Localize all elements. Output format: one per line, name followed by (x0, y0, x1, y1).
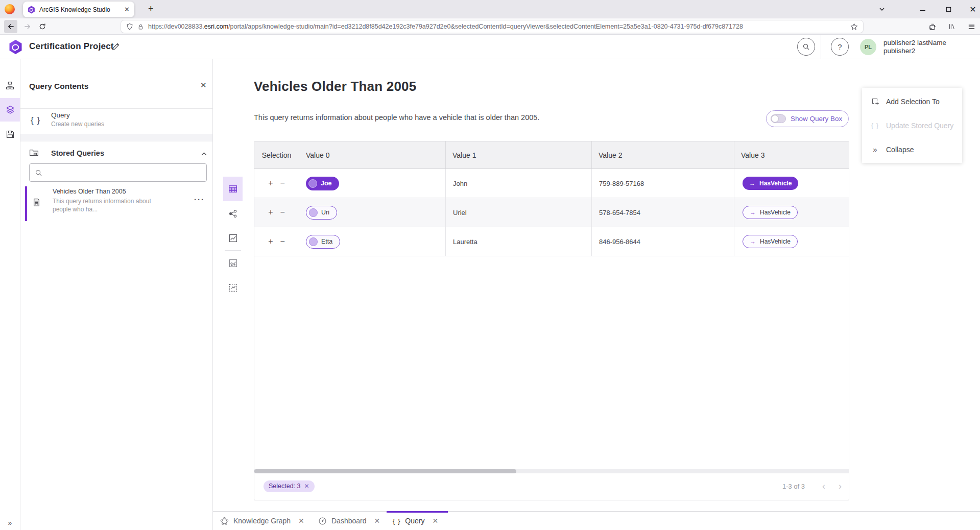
new-tab-button[interactable]: + (144, 3, 158, 15)
tab-label: Dashboard (331, 517, 367, 525)
user-name[interactable]: publisher2 lastName publisher2 (883, 39, 946, 55)
extensions-icon[interactable] (926, 21, 938, 32)
add-selection-icon[interactable]: + (268, 237, 273, 246)
panel-close-icon[interactable]: ✕ (200, 81, 207, 90)
map-view-button[interactable] (223, 251, 243, 275)
relationship-pill[interactable]: →HasVehicle (743, 177, 798, 190)
url-text: https://dev0028833.esri.com/portal/apps/… (148, 23, 846, 30)
bookmark-star-icon[interactable] (850, 23, 858, 31)
tracking-shield-icon[interactable] (126, 23, 133, 30)
next-page-icon[interactable]: › (839, 481, 842, 491)
table-row: +− Uri Uriel 578-654-7854 →HasVehicle (254, 198, 849, 227)
table-view-icon (228, 184, 237, 194)
relationship-pill[interactable]: →HasVehicle (743, 235, 798, 248)
stored-query-item[interactable]: Vehicles Older Than 2005 This query retu… (20, 186, 212, 222)
app-header: Certification Project ? PL publisher2 la… (0, 35, 980, 59)
cell-name[interactable]: Lauretta (446, 227, 592, 256)
braces-icon: { } (31, 115, 40, 126)
save-icon (6, 130, 14, 138)
project-title: Certification Project (29, 41, 114, 52)
cell-phone[interactable]: 846-956-8644 (592, 227, 734, 256)
selected-count-chip[interactable]: Selected: 3 ✕ (264, 480, 315, 492)
cell-name[interactable]: Uriel (446, 198, 592, 227)
window-minimize-button[interactable] (914, 0, 931, 18)
tab-close-icon[interactable]: ✕ (298, 517, 304, 525)
sidebar-item-save[interactable] (0, 123, 20, 146)
cell-phone[interactable]: 759-889-57168 (592, 169, 734, 198)
query-item-title: Query (51, 111, 70, 119)
column-header-value1[interactable]: Value 1 (446, 141, 592, 168)
chevron-up-icon[interactable] (201, 151, 207, 157)
search-button[interactable] (797, 38, 815, 56)
browser-tab-strip: ArcGIS Knowledge Studio ✕ + ✕ (0, 0, 980, 18)
column-header-value2[interactable]: Value 2 (592, 141, 734, 168)
panel-title: Query Contents (29, 82, 88, 91)
query-item[interactable]: { } Query Create new queries (20, 109, 212, 134)
avatar[interactable]: PL (860, 39, 876, 55)
remove-selection-icon[interactable]: − (280, 237, 285, 246)
clear-selection-icon[interactable]: ✕ (304, 483, 309, 490)
help-button[interactable]: ? (831, 38, 849, 56)
cell-name[interactable]: John (446, 169, 592, 198)
window-close-button[interactable]: ✕ (964, 0, 980, 18)
view-toolbar (223, 177, 243, 300)
lock-icon[interactable] (137, 23, 144, 30)
tab-knowledge-graph[interactable]: Knowledge Graph ✕ (220, 512, 304, 530)
table-view-button[interactable] (223, 177, 243, 201)
back-button[interactable] (4, 20, 17, 33)
tab-dashboard[interactable]: Dashboard ✕ (318, 512, 380, 530)
link-chart-view-button[interactable] (223, 201, 243, 226)
column-header-value3[interactable]: Value 3 (734, 141, 849, 168)
remove-selection-icon[interactable]: − (280, 208, 285, 217)
sidebar-item-contents[interactable] (0, 98, 20, 122)
edit-pencil-icon[interactable] (111, 42, 120, 51)
arcgis-knowledge-logo (9, 39, 22, 55)
stored-queries-header[interactable]: Stored Queries (20, 141, 212, 166)
library-icon[interactable] (946, 21, 958, 32)
tab-close-icon[interactable]: ✕ (124, 6, 130, 13)
dashboard-gauge-icon (318, 517, 327, 525)
chart-view-icon (229, 234, 237, 243)
column-header-selection[interactable]: Selection (254, 141, 299, 168)
firefox-logo-icon[interactable] (5, 4, 15, 14)
browser-tab[interactable]: ArcGIS Knowledge Studio ✕ (23, 2, 134, 17)
expand-panel-icon[interactable]: » (0, 519, 20, 527)
sidebar-item-data-model[interactable] (0, 74, 20, 97)
menu-item-collapse[interactable]: » Collapse (862, 137, 962, 161)
previous-page-icon[interactable]: ‹ (822, 481, 825, 491)
show-query-box-toggle[interactable]: Show Query Box (766, 110, 849, 127)
tab-query[interactable]: { } Query ✕ (393, 512, 438, 530)
menu-hamburger-icon[interactable] (965, 21, 977, 32)
arrow-right-icon: → (750, 209, 756, 216)
entity-pill[interactable]: Joe (306, 177, 339, 190)
tab-close-icon[interactable]: ✕ (374, 517, 380, 525)
entity-pill[interactable]: Uri (306, 206, 337, 220)
pagination-count: 1-3 of 3 (782, 483, 805, 490)
stored-queries-title: Stored Queries (51, 149, 104, 157)
tab-list-chevron-icon[interactable] (873, 0, 891, 18)
relationship-pill[interactable]: →HasVehicle (743, 206, 798, 219)
remove-selection-icon[interactable]: − (280, 179, 285, 188)
url-bar[interactable]: https://dev0028833.esri.com/portal/apps/… (121, 20, 863, 33)
entity-pill[interactable]: Etta (306, 235, 340, 249)
reload-button[interactable] (36, 20, 49, 33)
stored-queries-search-input[interactable] (46, 169, 201, 177)
window-maximize-button[interactable] (940, 0, 957, 18)
column-header-value0[interactable]: Value 0 (299, 141, 446, 168)
pagination: 1-3 of 3 ‹ › (782, 481, 849, 491)
menu-item-add-selection-to[interactable]: Add Selection To (862, 89, 962, 113)
hierarchy-icon (6, 81, 14, 90)
forward-button[interactable] (20, 20, 34, 33)
toggle-switch[interactable] (771, 114, 786, 123)
chart-view-button[interactable] (223, 226, 243, 250)
select-extent-button[interactable] (223, 275, 243, 300)
item-options-icon[interactable]: ··· (194, 195, 205, 204)
tab-close-icon[interactable]: ✕ (432, 517, 438, 525)
add-to-icon (871, 98, 879, 106)
tab-label: Knowledge Graph (233, 517, 291, 525)
add-selection-icon[interactable]: + (268, 208, 273, 217)
stored-queries-search[interactable] (29, 163, 207, 182)
add-selection-icon[interactable]: + (268, 179, 273, 188)
screen: ArcGIS Knowledge Studio ✕ + ✕ https://de… (0, 0, 980, 530)
cell-phone[interactable]: 578-654-7854 (592, 198, 734, 227)
